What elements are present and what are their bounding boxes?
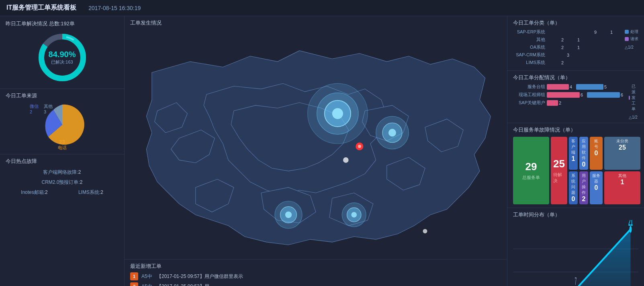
fault-pending-cell: 25 待解决 — [551, 137, 567, 204]
legend-purple: 请求 — [625, 36, 638, 42]
svg-point-10 — [388, 129, 396, 136]
classify-row-4: SAP-CRM系统 3 — [513, 52, 622, 58]
main-content: 昨日工单解决情况 总数:192单 84.90% — [0, 16, 644, 286]
ticket-num-2: 2 — [130, 282, 138, 286]
classify-panel: 今日工单分类（单） SAP-ERP系统 9 1 — [507, 16, 644, 71]
assign-bar-pink-2 — [547, 92, 580, 98]
hotfault-row-2: CRM2.0预报订单:2 — [6, 179, 119, 186]
mid-column: 工单发生情况 — [125, 16, 507, 286]
legend-blue-label: 处理 — [630, 29, 638, 35]
fault-cell-other: 其他 1 — [604, 171, 640, 204]
assign-label-1: 服务台组 — [513, 84, 545, 90]
assign-row-1: 服务台组 4 5 — [513, 84, 626, 90]
svg-point-18 — [358, 145, 361, 148]
assign-content: 服务台组 4 5 现场工程师组 6 — [513, 84, 638, 119]
bar-count-pink-1: 1 — [610, 30, 617, 35]
bar-count-5: 2 — [561, 60, 568, 65]
fault-cell-unclassified: 未分类 25 — [604, 137, 640, 170]
assign-legend-label: 已派发工单 — [632, 84, 638, 112]
tickets-title: 最近新增工单 — [130, 263, 501, 270]
classify-title: 今日工单分类（单） — [513, 19, 638, 27]
yesterday-title: 昨日工单解决情况 总数:192单 — [6, 20, 119, 27]
assign-bar-pink-3 — [547, 100, 558, 106]
hotfault-item-1: 客户端网络故障:2 — [43, 169, 81, 176]
hotfault-title: 今日热点故障 — [6, 158, 119, 165]
classify-label-2: 其他 — [513, 37, 545, 43]
classify-bar-3: 2 1 — [548, 45, 622, 50]
assign-num-1a: 4 — [570, 84, 575, 89]
ticket-tag-2: A5中 — [141, 283, 153, 286]
phone-label: 23 电话 — [58, 139, 67, 151]
map-svg — [125, 28, 507, 259]
classify-row-5: LIMS系统 2 — [513, 60, 622, 66]
bar-count-blue-1: 9 — [594, 30, 601, 35]
bar-count-blue-2: 2 — [561, 37, 568, 42]
hotfault-list: 客户端网络故障:2 CRM2.0预报订单:2 Inotes邮箱:2 LIMS系统… — [6, 169, 119, 196]
bar-count-4: 3 — [567, 53, 573, 58]
tickets-panel: 最近新增工单 1 A5中 【2017-01-25 09:57】用户微信群里表示 … — [125, 259, 507, 286]
time-chart-svg: 1 7 21 07 08 09 — [513, 220, 638, 286]
fault-cell-account: 账 号 0 — [590, 137, 603, 170]
legend-purple-label: 请求 — [630, 36, 638, 42]
left-column: 昨日工单解决情况 总数:192单 84.90% — [0, 16, 125, 286]
time-chart: 1 7 21 07 08 09 — [513, 220, 638, 286]
yesterday-panel: 昨日工单解决情况 总数:192单 84.90% — [0, 16, 124, 89]
legend-purple-dot — [625, 37, 629, 41]
fault-cell-app: 应用软件 0 — [579, 137, 588, 170]
assign-page[interactable]: △1/2 — [629, 115, 638, 119]
page-title: IT服务管理工单系统看板 — [6, 4, 76, 12]
ticket-item-1: 1 A5中 【2017-01-25 09:57】用户微信群里表示 — [130, 272, 501, 280]
hotfault-panel: 今日热点故障 客户端网络故障:2 CRM2.0预报订单:2 Inotes邮箱:2… — [0, 154, 124, 286]
donut-resolved: 已解决:163 — [49, 59, 76, 65]
classify-row-2: 其他 2 1 — [513, 37, 622, 43]
classify-legend-wrap: 处理 请求 △1/2 — [625, 29, 638, 49]
map-area — [125, 28, 507, 259]
assign-bar-blue-2 — [587, 92, 620, 98]
ticket-list: 1 A5中 【2017-01-25 09:57】用户微信群里表示 2 A5中 【… — [130, 272, 501, 286]
ticket-tag-1: A5中 — [141, 273, 153, 280]
ticket-desc-1: 【2017-01-25 09:57】用户微信群里表示 — [157, 273, 501, 280]
assign-num-2b: 6 — [621, 93, 626, 97]
assign-legend-wrap: 已派发工单 △1/2 — [629, 84, 638, 119]
fault-cell-sysq: 系统问题 0 — [569, 171, 578, 204]
fault-cell-server: 服务器 0 — [590, 171, 603, 204]
classify-page[interactable]: △1/2 — [625, 45, 634, 49]
fault-cell-userop: 用户操作 2 — [579, 171, 588, 204]
svg-point-13 — [285, 212, 292, 218]
donut-container: 84.90% 已解决:163 — [6, 29, 119, 86]
map-title: 工单发生情况 — [125, 16, 507, 28]
classify-bar-1: 9 1 — [548, 29, 622, 35]
classify-label-1: SAP-ERP系统 — [513, 29, 545, 35]
legend-blue: 处理 — [625, 29, 638, 35]
donut-percentage: 84.90% — [49, 50, 76, 59]
assign-label-2: 现场工程师组 — [513, 92, 545, 98]
fault-cell-client: 客户端 1 — [569, 137, 578, 170]
time-title: 工单时间分布（单） — [513, 211, 638, 218]
fault-panel: 今日服务单故障情况（单） 29 总服务单 客户端 1 应用软件 0 账 号 — [507, 123, 644, 208]
map-panel: 工单发生情况 — [125, 16, 507, 259]
bubble-large — [308, 83, 368, 144]
assign-bar-wrap-2: 6 6 — [547, 92, 626, 98]
assign-bar-wrap-1: 4 5 — [547, 84, 626, 90]
fault-pending-label: 待解决 — [553, 172, 565, 184]
white-marker-2 — [423, 229, 427, 233]
fault-total-num: 29 — [525, 160, 537, 173]
donut-center: 84.90% 已解决:163 — [49, 50, 76, 65]
source-title: 今日工单来源 — [6, 92, 119, 99]
hotfault-row-1: 客户端网络故障:2 — [6, 169, 119, 176]
header: IT服务管理工单系统看板 2017-08-15 16:30:19 — [0, 0, 644, 16]
classify-bar-5: 2 — [548, 60, 622, 66]
other-label: 其他 3 — [44, 103, 53, 114]
classify-bar-4: 3 — [548, 52, 622, 58]
bar-count-pink-2: 1 — [577, 37, 584, 42]
classify-label-4: SAP-CRM系统 — [513, 52, 545, 58]
fault-total-label: 总服务单 — [522, 175, 540, 181]
source-chart-wrap: 微信 2 其他 3 23 电话 — [6, 103, 119, 151]
bubble-medium-bottom-left — [275, 201, 302, 228]
classify-bars: SAP-ERP系统 9 1 其他 — [513, 29, 622, 67]
assign-row-2: 现场工程师组 6 6 — [513, 92, 626, 98]
assign-num-1b: 5 — [604, 84, 610, 89]
assign-bars-area: 服务台组 4 5 现场工程师组 6 — [513, 84, 626, 119]
bubble-medium-bottom-center — [342, 203, 366, 227]
bar-count-pink-3: 1 — [577, 45, 584, 50]
